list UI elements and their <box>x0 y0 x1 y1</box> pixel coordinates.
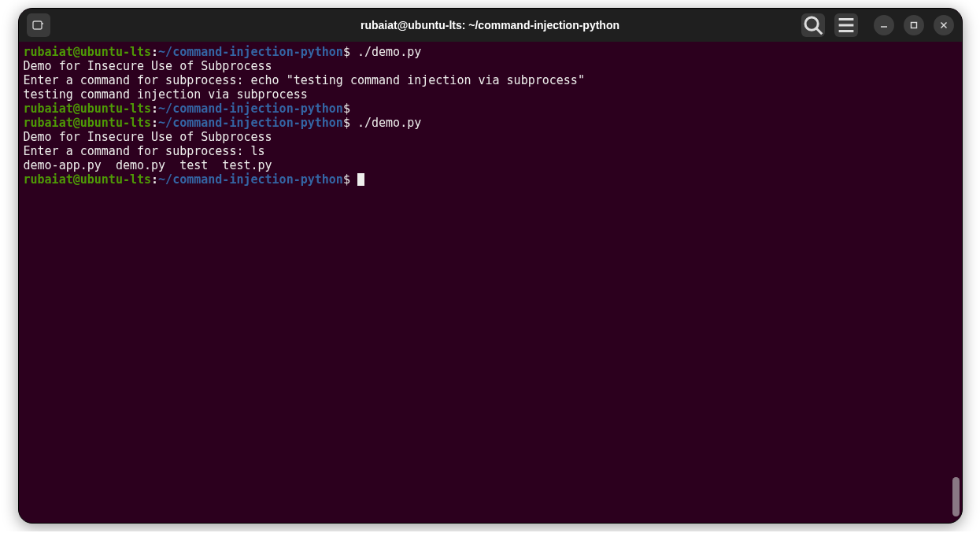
prompt-user: rubaiat@ubuntu-lts <box>24 172 152 187</box>
prompt-line: rubaiat@ubuntu-lts:~/command-injection-p… <box>24 45 957 59</box>
output-line: demo-app.py demo.py test test.py <box>24 158 957 172</box>
prompt-line: rubaiat@ubuntu-lts:~/command-injection-p… <box>24 116 957 130</box>
maximize-button[interactable] <box>904 15 924 35</box>
command-text: ./demo.py <box>357 45 421 59</box>
prompt-sep: : <box>151 172 158 187</box>
close-icon <box>940 21 948 29</box>
prompt-symbol: $ <box>343 172 350 187</box>
prompt-symbol: $ <box>343 102 350 116</box>
svg-rect-7 <box>911 23 916 28</box>
new-tab-icon <box>32 19 45 31</box>
prompt-path: ~/command-injection-python <box>158 102 343 116</box>
prompt-sep: : <box>151 102 158 116</box>
cursor <box>357 173 364 186</box>
prompt-symbol: $ <box>343 116 350 130</box>
prompt-user: rubaiat@ubuntu-lts <box>24 102 152 116</box>
output-line: Enter a command for subprocess: echo "te… <box>24 73 957 87</box>
prompt-symbol: $ <box>343 45 350 59</box>
close-button[interactable] <box>934 15 954 35</box>
minimize-button[interactable] <box>874 15 894 35</box>
svg-rect-0 <box>33 21 42 29</box>
minimize-icon <box>880 21 888 29</box>
output-line: Demo for Insecure Use of Subprocess <box>24 130 957 144</box>
hamburger-icon <box>834 13 858 37</box>
titlebar: rubaiat@ubuntu-lts: ~/command-injection-… <box>19 9 962 42</box>
titlebar-left <box>27 13 50 37</box>
svg-line-2 <box>816 28 822 34</box>
output-line: Demo for Insecure Use of Subprocess <box>24 59 957 73</box>
prompt-path: ~/command-injection-python <box>158 172 343 187</box>
prompt-sep: : <box>151 45 158 59</box>
search-icon <box>801 13 825 37</box>
titlebar-right <box>801 13 954 37</box>
window-title: rubaiat@ubuntu-lts: ~/command-injection-… <box>361 19 619 31</box>
prompt-line: rubaiat@ubuntu-lts:~/command-injection-p… <box>24 172 957 187</box>
menu-button[interactable] <box>834 13 858 37</box>
output-line: Enter a command for subprocess: ls <box>24 144 957 158</box>
svg-point-1 <box>805 17 818 30</box>
prompt-sep: : <box>151 116 158 130</box>
scrollbar-thumb[interactable] <box>952 477 960 516</box>
new-tab-button[interactable] <box>27 13 50 37</box>
terminal-body[interactable]: rubaiat@ubuntu-lts:~/command-injection-p… <box>19 42 962 523</box>
prompt-path: ~/command-injection-python <box>158 45 343 59</box>
command-text: ./demo.py <box>357 116 421 130</box>
prompt-user: rubaiat@ubuntu-lts <box>24 45 152 59</box>
maximize-icon <box>910 21 918 29</box>
prompt-user: rubaiat@ubuntu-lts <box>24 116 152 130</box>
prompt-path: ~/command-injection-python <box>158 116 343 130</box>
output-line: testing command injection via subprocess <box>24 87 957 102</box>
prompt-line: rubaiat@ubuntu-lts:~/command-injection-p… <box>24 102 957 116</box>
search-button[interactable] <box>801 13 825 37</box>
window-controls <box>874 15 954 35</box>
terminal-window: rubaiat@ubuntu-lts: ~/command-injection-… <box>18 8 963 524</box>
